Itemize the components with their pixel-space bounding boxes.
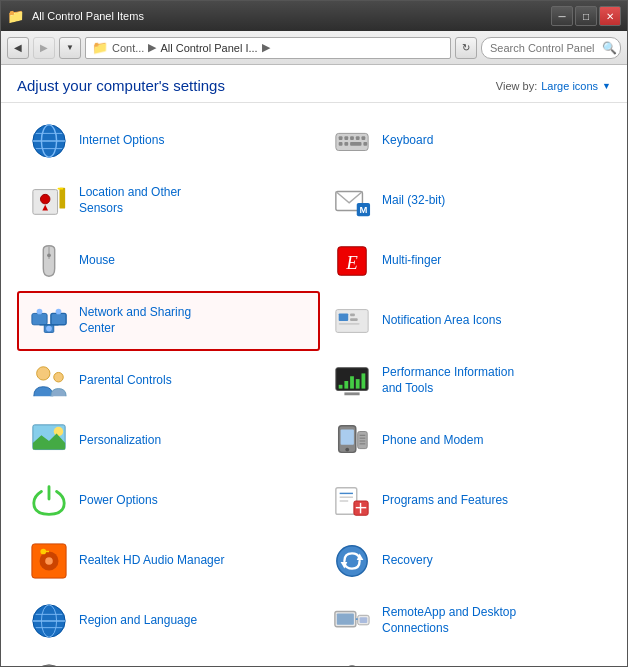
internet-icon xyxy=(29,121,69,161)
item-label-programs-features: Programs and Features xyxy=(382,493,508,509)
svg-rect-6 xyxy=(339,136,343,140)
svg-point-71 xyxy=(337,546,367,576)
item-mail-32bit[interactable]: MMail (32-bit) xyxy=(320,171,623,231)
svg-point-33 xyxy=(56,309,62,315)
item-label-recovery: Recovery xyxy=(382,553,433,569)
item-label-mail-32bit: Mail (32-bit) xyxy=(382,193,445,209)
svg-rect-7 xyxy=(344,136,348,140)
keyboard-icon xyxy=(332,121,372,161)
item-performance-tools[interactable]: Performance Informationand Tools xyxy=(320,351,623,411)
item-label-mouse: Mouse xyxy=(79,253,115,269)
svg-point-40 xyxy=(37,367,50,380)
search-wrap: 🔍 xyxy=(481,37,621,59)
address-part-2: All Control Panel I... xyxy=(160,42,257,54)
titlebar-controls: ─ □ ✕ xyxy=(551,6,621,26)
svg-rect-36 xyxy=(339,313,349,321)
addressbar: ◀ ▶ ▼ 📁 Cont... ▶ All Control Panel I...… xyxy=(1,31,627,65)
sound-icon xyxy=(29,661,69,666)
item-mouse[interactable]: Mouse xyxy=(17,231,320,291)
item-label-keyboard: Keyboard xyxy=(382,133,433,149)
svg-rect-19 xyxy=(58,188,64,190)
item-keyboard[interactable]: Keyboard xyxy=(320,111,623,171)
svg-point-32 xyxy=(37,309,43,315)
svg-rect-28 xyxy=(51,313,66,324)
viewby-dropdown-icon[interactable]: ▼ xyxy=(602,81,611,91)
viewby-control: View by: Large icons ▼ xyxy=(496,80,611,92)
svg-rect-83 xyxy=(360,617,368,623)
svg-rect-10 xyxy=(362,136,366,140)
refresh-button[interactable]: ↻ xyxy=(455,37,477,59)
item-label-personalization: Personalization xyxy=(79,433,161,449)
item-label-power-options: Power Options xyxy=(79,493,158,509)
address-box[interactable]: 📁 Cont... ▶ All Control Panel I... ▶ xyxy=(85,37,451,59)
svg-point-68 xyxy=(45,557,53,565)
item-label-realtek-audio: Realtek HD Audio Manager xyxy=(79,553,224,569)
item-label-phone-modem: Phone and Modem xyxy=(382,433,483,449)
search-input[interactable] xyxy=(481,37,621,59)
svg-rect-37 xyxy=(350,313,355,316)
svg-rect-43 xyxy=(339,385,343,389)
item-internet-options[interactable]: Internet Options xyxy=(17,111,320,171)
svg-rect-39 xyxy=(339,323,360,325)
svg-rect-82 xyxy=(337,613,354,624)
svg-rect-27 xyxy=(32,313,47,324)
svg-point-84 xyxy=(33,665,65,666)
forward-button[interactable]: ▶ xyxy=(33,37,55,59)
item-power-options[interactable]: Power Options xyxy=(17,471,320,531)
search-icon[interactable]: 🔍 xyxy=(602,41,617,55)
item-region-language[interactable]: Region and Language xyxy=(17,591,320,651)
svg-rect-13 xyxy=(350,142,361,146)
location-icon xyxy=(29,181,69,221)
item-label-internet-options: Internet Options xyxy=(79,133,164,149)
svg-rect-14 xyxy=(363,142,367,146)
item-programs-features[interactable]: Programs and Features xyxy=(320,471,623,531)
svg-point-24 xyxy=(47,253,51,257)
item-parental-controls[interactable]: Parental Controls xyxy=(17,351,320,411)
mouse-icon xyxy=(29,241,69,281)
item-multi-finger[interactable]: EMulti-finger xyxy=(320,231,623,291)
personalization-icon xyxy=(29,421,69,461)
item-speech-recognition[interactable]: Speech Recognition xyxy=(320,651,623,666)
titlebar-title: All Control Panel Items xyxy=(32,10,144,22)
close-button[interactable]: ✕ xyxy=(599,6,621,26)
recent-pages-button[interactable]: ▼ xyxy=(59,37,81,59)
item-label-performance-tools: Performance Informationand Tools xyxy=(382,365,514,396)
svg-rect-38 xyxy=(350,318,358,321)
item-sound[interactable]: Sound xyxy=(17,651,320,666)
viewby-value[interactable]: Large icons xyxy=(541,80,598,92)
items-grid: Internet OptionsKeyboardLocation and Oth… xyxy=(17,111,623,666)
programs-icon xyxy=(332,481,372,521)
network-icon xyxy=(29,301,69,341)
address-separator-1: ▶ xyxy=(148,41,156,54)
svg-rect-12 xyxy=(344,142,348,146)
items-container: Internet OptionsKeyboardLocation and Oth… xyxy=(1,103,627,666)
back-button[interactable]: ◀ xyxy=(7,37,29,59)
item-label-multi-finger: Multi-finger xyxy=(382,253,441,269)
item-personalization[interactable]: Personalization xyxy=(17,411,320,471)
item-notification-icons[interactable]: Notification Area Icons xyxy=(320,291,623,351)
multifinger-icon: E xyxy=(332,241,372,281)
item-label-notification-icons: Notification Area Icons xyxy=(382,313,501,329)
maximize-button[interactable]: □ xyxy=(575,6,597,26)
recovery-icon xyxy=(332,541,372,581)
item-recovery[interactable]: Recovery xyxy=(320,531,623,591)
svg-rect-44 xyxy=(344,381,348,389)
item-phone-modem[interactable]: Phone and Modem xyxy=(320,411,623,471)
item-realtek-audio[interactable]: Realtek HD Audio Manager xyxy=(17,531,320,591)
svg-point-34 xyxy=(46,326,52,332)
titlebar-left: 📁 All Control Panel Items xyxy=(7,8,144,24)
item-location-sensors[interactable]: Location and OtherSensors xyxy=(17,171,320,231)
mail-icon: M xyxy=(332,181,372,221)
remote-icon xyxy=(332,601,372,641)
titlebar: 📁 All Control Panel Items ─ □ ✕ xyxy=(1,1,627,31)
item-network-sharing[interactable]: Network and SharingCenter xyxy=(17,291,320,351)
item-label-remoteapp: RemoteApp and DesktopConnections xyxy=(382,605,516,636)
address-separator-2: ▶ xyxy=(262,41,270,54)
item-remoteapp[interactable]: RemoteApp and DesktopConnections xyxy=(320,591,623,651)
notification-icon xyxy=(332,301,372,341)
main-content: Adjust your computer's settings View by:… xyxy=(1,65,627,666)
phone-icon xyxy=(332,421,372,461)
minimize-button[interactable]: ─ xyxy=(551,6,573,26)
address-part-1: Cont... xyxy=(112,42,144,54)
svg-point-41 xyxy=(54,372,64,382)
